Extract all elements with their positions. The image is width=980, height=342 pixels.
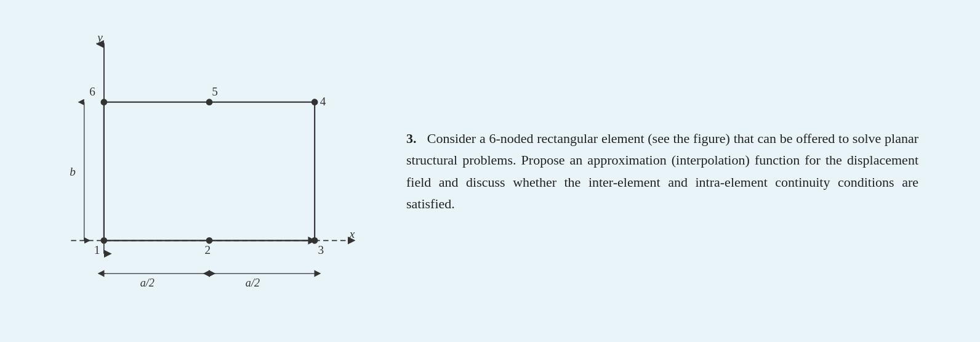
- text-area: 3. Consider a 6-noded rectangular elemen…: [382, 115, 943, 227]
- problem-body: Consider a 6-noded rectangular element (…: [406, 131, 918, 211]
- x-axis-label: x: [349, 227, 355, 240]
- a2-right-label: a/2: [246, 277, 260, 289]
- node2-label: 2: [205, 243, 211, 256]
- problem-text: 3. Consider a 6-noded rectangular elemen…: [406, 128, 918, 214]
- a2-left-label: a/2: [140, 277, 155, 289]
- figure-area: 1 2 3 4 5 6 y x b a/2 a/2: [37, 12, 382, 330]
- svg-point-15: [311, 99, 318, 105]
- problem-number: 3.: [406, 131, 417, 146]
- svg-point-17: [100, 99, 107, 105]
- svg-point-12: [100, 237, 107, 243]
- svg-point-16: [206, 99, 213, 105]
- y-axis-label: y: [96, 31, 103, 44]
- diagram-svg: 1 2 3 4 5 6 y x b a/2 a/2: [49, 30, 369, 313]
- svg-point-14: [311, 237, 318, 243]
- node4-label: 4: [320, 95, 326, 108]
- b-label: b: [70, 165, 76, 178]
- node5-label: 5: [212, 84, 218, 97]
- node3-label: 3: [318, 243, 324, 256]
- svg-rect-3: [104, 102, 315, 240]
- node6-label: 6: [89, 84, 95, 97]
- node1-label: 1: [94, 243, 100, 256]
- main-container: 1 2 3 4 5 6 y x b a/2 a/2: [0, 0, 980, 342]
